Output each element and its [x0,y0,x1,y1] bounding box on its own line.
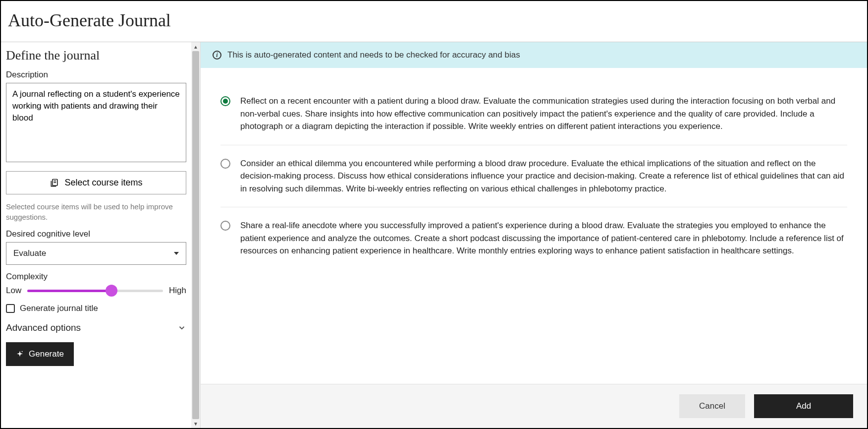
option-radio[interactable] [220,221,230,231]
page-header: Auto-Generate Journal [1,1,867,42]
complexity-label: Complexity [6,272,186,282]
option-text: Reflect on a recent encounter with a pat… [240,95,847,133]
cognitive-level-value: Evaluate [13,248,46,258]
advanced-options-label: Advanced options [6,322,81,333]
generate-title-checkbox[interactable] [6,304,15,313]
cancel-button[interactable]: Cancel [679,394,745,418]
description-label: Description [6,70,186,80]
cognitive-level-select[interactable]: Evaluate [6,242,186,265]
page-body: Define the journal Description Select co… [1,42,867,428]
sparkle-icon [16,350,24,358]
footer: Cancel Add [201,384,867,428]
chevron-down-icon [177,323,186,332]
journal-option[interactable]: Share a real-life anecdote where you suc… [220,207,847,269]
select-course-items-label: Select course items [64,178,142,188]
description-input[interactable] [6,83,186,162]
slider-fill [27,290,111,292]
page-title: Auto-Generate Journal [8,10,860,31]
options-list: Reflect on a recent encounter with a pat… [201,68,867,384]
chevron-down-icon [174,252,179,255]
info-banner: i This is auto-generated content and nee… [201,42,867,68]
option-radio[interactable] [220,159,230,169]
description-field: Description [6,70,186,164]
banner-text: This is auto-generated content and needs… [227,50,520,60]
option-radio[interactable] [220,96,230,106]
scroll-up-arrow[interactable]: ▲ [191,42,200,51]
generate-title-label: Generate journal title [20,304,98,313]
svg-point-3 [22,351,23,352]
complexity-low-label: Low [6,286,21,296]
info-icon: i [213,51,221,60]
select-course-items-button[interactable]: Select course items [6,171,186,194]
generate-button-label: Generate [29,349,64,359]
generate-title-row: Generate journal title [6,304,186,313]
course-items-hint: Selected course items will be used to he… [6,201,186,222]
option-text: Consider an ethical dilemma you encounte… [240,157,847,195]
slider-thumb[interactable] [106,285,117,297]
scroll-down-arrow[interactable]: ▼ [191,419,200,428]
complexity-field: Complexity Low High [6,272,186,297]
advanced-options-toggle[interactable]: Advanced options [6,320,186,335]
scrollbar-thumb[interactable] [192,51,199,419]
sidebar-scrollbar[interactable]: ▲ ▼ [191,42,200,428]
journal-option[interactable]: Consider an ethical dilemma you encounte… [220,145,847,208]
cognitive-level-field: Desired cognitive level Evaluate [6,229,186,265]
sidebar: Define the journal Description Select co… [1,42,191,428]
add-button[interactable]: Add [754,394,853,418]
journal-option[interactable]: Reflect on a recent encounter with a pat… [220,83,847,145]
complexity-slider[interactable] [27,285,163,297]
generate-button[interactable]: Generate [6,342,74,366]
document-icon [50,178,59,188]
cognitive-level-label: Desired cognitive level [6,229,186,239]
main-panel: i This is auto-generated content and nee… [200,42,867,428]
option-text: Share a real-life anecdote where you suc… [240,219,847,257]
sidebar-title: Define the journal [6,48,186,63]
complexity-high-label: High [169,286,186,296]
